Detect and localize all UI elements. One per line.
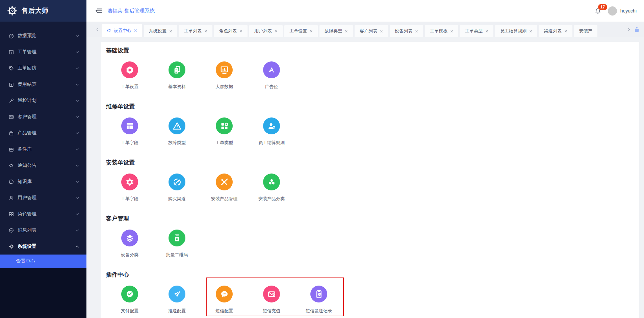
sidebar-item-inspection-plan[interactable]: 巡检计划: [0, 92, 86, 109]
tile-push-config[interactable]: 推送配置: [153, 286, 201, 314]
tile-label: 购买渠道: [168, 196, 186, 202]
tile-circle: [169, 230, 185, 246]
sidebar-item-workorder-management[interactable]: 工单管理: [0, 44, 86, 60]
tile-circle: [169, 174, 185, 190]
tab-label: 工单模板: [430, 28, 447, 34]
header-title[interactable]: 浩福莱-售后管理系统: [107, 8, 155, 14]
tile-purchase-channels[interactable]: 购买渠道: [153, 174, 201, 202]
tab-system-settings[interactable]: 系统设置: [144, 25, 177, 37]
tile-big-screen-data[interactable]: 大屏数据: [201, 61, 248, 90]
close-icon[interactable]: [275, 30, 278, 33]
tile-payment-config[interactable]: 支付配置: [106, 286, 153, 314]
tile-basic-info[interactable]: 基本资料: [153, 61, 201, 90]
collapse-menu-icon[interactable]: [95, 8, 102, 14]
tabs-scroll-right-icon[interactable]: [627, 27, 630, 32]
tile-label: 故障类型: [168, 140, 186, 146]
sidebar-item-workorder-callback[interactable]: 工单回访: [0, 60, 86, 76]
settings-card: 基础设置 工单设置 基本资料 大屏数据: [101, 42, 639, 318]
github-icon: [8, 179, 14, 185]
tile-sms-config[interactable]: 短信配置: [201, 286, 248, 314]
section-customer-management: 客户管理 设备分类 批量二维码: [106, 215, 639, 258]
close-icon[interactable]: [415, 30, 418, 33]
tile-device-categories[interactable]: 设备分类: [106, 230, 153, 258]
tab-settings-center[interactable]: 设置中心: [102, 24, 142, 37]
lock-icon[interactable]: [634, 26, 640, 32]
refresh-icon[interactable]: [107, 28, 111, 33]
tile-sms-send-records[interactable]: 短信发送记录: [295, 286, 342, 314]
tile-ad-slot[interactable]: 广告位: [248, 61, 295, 90]
tile-label: 安装产品管理: [211, 196, 237, 202]
tile-staff-settlement-rules[interactable]: ¥ 员工结算规则: [248, 117, 295, 146]
tab-install-products-truncated[interactable]: 安装产: [574, 25, 597, 37]
role-grid-icon: [8, 211, 14, 217]
tab-workorder-types[interactable]: 工单类型: [460, 25, 493, 37]
tile-install-product-management[interactable]: 安装产品管理: [201, 174, 248, 202]
tile-workorder-settings[interactable]: 工单设置: [106, 61, 153, 90]
tile-circle: [263, 61, 280, 78]
tab-workorder-settings[interactable]: 工单设置: [284, 25, 318, 37]
tile-batch-qrcode[interactable]: 批量二维码: [153, 230, 201, 258]
tile-install-product-categories[interactable]: 安装产品分类: [248, 174, 295, 202]
sidebar-item-message-list[interactable]: 消息列表: [0, 222, 86, 238]
chevron-down-icon: [76, 148, 79, 151]
tab-role-list[interactable]: 角色列表: [214, 25, 248, 37]
tab-staff-settlement-rules[interactable]: 员工结算规则: [495, 25, 537, 37]
sidebar-item-spare-parts[interactable]: 备件库: [0, 141, 86, 157]
tab-device-list[interactable]: 设备列表: [390, 25, 423, 37]
sidebar-item-label: 产品管理: [18, 130, 76, 136]
sidebar-item-settings-center[interactable]: 设置中心: [0, 255, 86, 268]
header-right: 17 heyuchi: [593, 5, 637, 17]
sidebar-item-data-overview[interactable]: 数据预览: [0, 28, 86, 44]
chevron-down-icon: [76, 35, 79, 37]
close-icon[interactable]: [169, 30, 172, 33]
avatar[interactable]: [608, 6, 617, 16]
sidebar-item-notice[interactable]: 通知公告: [0, 157, 86, 174]
tab-label: 渠道列表: [544, 28, 562, 34]
user-name[interactable]: heyuchi: [620, 8, 637, 14]
tile-circle: [216, 61, 233, 78]
close-icon[interactable]: [529, 30, 532, 33]
tab-workorder-list[interactable]: 工单列表: [179, 25, 212, 37]
tile-sms-recharge[interactable]: ¥ 短信充值: [248, 286, 295, 314]
sidebar-item-fee-settlement[interactable]: 费用结算: [0, 76, 86, 92]
tile-circle: [169, 117, 185, 134]
nut-icon: [125, 65, 135, 75]
tile-label: 工单字段: [121, 140, 138, 146]
tile-circle: [121, 117, 138, 134]
sidebar-item-customer-management[interactable]: 客户管理: [0, 109, 86, 125]
tile-install-workorder-fields[interactable]: 工单字段: [106, 174, 153, 202]
tools-icon: [220, 177, 229, 187]
close-icon[interactable]: [134, 29, 137, 32]
tab-fault-types[interactable]: 故障类型: [319, 25, 353, 37]
close-icon[interactable]: [239, 30, 242, 33]
tile-fault-types[interactable]: 故障类型: [153, 117, 201, 146]
tab-channel-list[interactable]: 渠道列表: [539, 25, 572, 37]
sidebar-item-user-management[interactable]: 用户管理: [0, 190, 86, 206]
tile-label: 广告位: [265, 84, 278, 90]
sidebar-item-role-management[interactable]: 角色管理: [0, 206, 86, 222]
close-icon[interactable]: [310, 30, 313, 33]
close-icon[interactable]: [450, 30, 453, 33]
close-icon[interactable]: [564, 30, 567, 33]
tab-user-list[interactable]: 用户列表: [249, 25, 283, 37]
tile-workorder-types[interactable]: 工单类型: [201, 117, 248, 146]
svg-text:¥: ¥: [273, 125, 275, 129]
close-icon[interactable]: [204, 30, 207, 33]
notification-button[interactable]: 17: [593, 5, 604, 17]
qrcode-icon: [172, 233, 182, 243]
tile-row: 工单设置 基本资料 大屏数据 广告位: [106, 61, 639, 90]
tabs-scroll-left-icon[interactable]: [96, 27, 99, 32]
sidebar-item-knowledge-base[interactable]: 知识库: [0, 174, 86, 190]
section-basic-settings: 基础设置 工单设置 基本资料 大屏数据: [106, 47, 639, 90]
close-icon[interactable]: [345, 30, 348, 33]
sidebar-item-system-settings[interactable]: 系统设置: [0, 238, 86, 255]
tab-customer-list[interactable]: 客户列表: [355, 25, 388, 37]
chevron-down-icon: [76, 197, 79, 199]
tab-label: 故障类型: [325, 28, 342, 34]
tab-workorder-templates[interactable]: 工单模板: [425, 25, 458, 37]
chevron-down-icon: [76, 164, 79, 167]
tile-workorder-fields[interactable]: 工单字段: [106, 117, 153, 146]
sidebar-item-product-management[interactable]: 产品管理: [0, 125, 86, 141]
close-icon[interactable]: [380, 30, 383, 33]
close-icon[interactable]: [485, 30, 488, 33]
